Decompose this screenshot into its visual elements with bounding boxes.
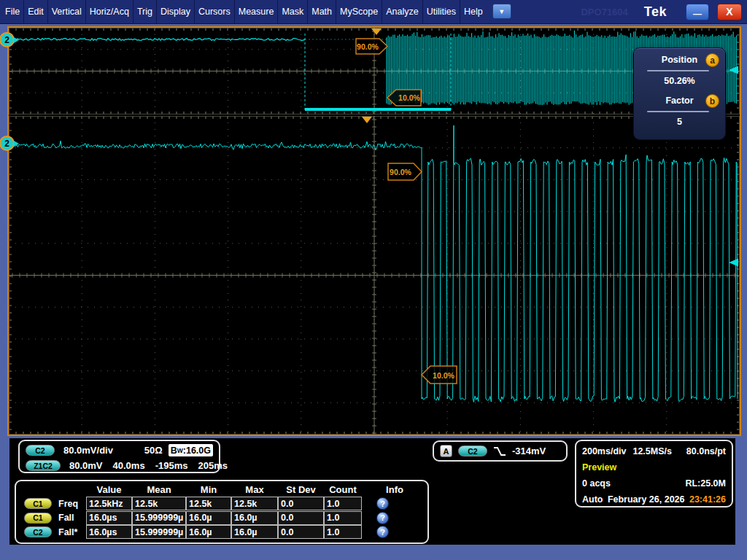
- meas-stdev: 0.0: [278, 525, 324, 539]
- col-value: Value: [86, 482, 132, 497]
- oscilloscope-app: { "menu": { "items": ["File","Edit","Ver…: [0, 0, 747, 560]
- graticule: [9, 116, 740, 435]
- minimize-button[interactable]: —: [686, 4, 709, 20]
- menu-display[interactable]: Display: [157, 0, 195, 23]
- resolution: 80.0ns/pt: [686, 446, 726, 456]
- acquisition-status: Preview: [582, 462, 616, 472]
- meas-min: 16.0µ: [186, 525, 231, 539]
- minimize-icon: —: [693, 9, 702, 20]
- info-help-icon[interactable]: ?: [376, 526, 389, 538]
- col-stdev: St Dev: [278, 482, 324, 497]
- zoom-factor-label: Factor: [665, 96, 693, 106]
- meas-mean: 15.999999µ: [132, 525, 186, 539]
- meas-value: 12.5kHz: [86, 497, 132, 510]
- trigger-a-badge: A: [440, 445, 452, 457]
- meas-mean: 15.999999µ: [132, 511, 186, 525]
- meas-max: 16.0µ: [231, 525, 278, 539]
- trigger-level: -314mV: [512, 446, 546, 456]
- trigger-source-pill[interactable]: C2: [458, 446, 487, 456]
- zoom-low-ref-label: 10.0%: [433, 371, 454, 380]
- menu-mask[interactable]: Mask: [278, 0, 308, 23]
- channel-2-badge-zoom[interactable]: 2: [0, 136, 15, 151]
- col-max: Max: [231, 482, 278, 497]
- divider: [647, 111, 709, 112]
- menu-analyze[interactable]: Analyze: [382, 0, 422, 23]
- timebase: 200ms/div: [582, 446, 626, 456]
- status-panel: C2 80.0mV/div 50Ω BW:16.0G Z1C2 80.0mV 4…: [9, 438, 735, 545]
- close-button[interactable]: X: [717, 4, 742, 20]
- overview-window: 90.0% 10.0%: [9, 28, 740, 114]
- zoom-channel-pill[interactable]: Z1C2: [26, 460, 61, 471]
- record-length: RL:25.0M: [685, 478, 726, 489]
- overview-high-ref-flag[interactable]: 90.0%: [356, 39, 387, 54]
- zoom-window: 90.0% 10.0%: [9, 116, 740, 435]
- measurement-row-fall-c2: C2 Fall* 16.0µs 15.999999µ 16.0µ 16.0µ 0…: [16, 525, 427, 540]
- menu-utilities[interactable]: Utilities: [423, 0, 460, 23]
- col-min: Min: [186, 482, 231, 497]
- sample-rate: 12.5MS/s: [632, 446, 672, 456]
- menu-bar: File Edit Vertical Horiz/Acq Trig Displa…: [0, 0, 747, 24]
- menu-measure[interactable]: Measure: [235, 0, 279, 23]
- vertical-scale: 80.0mV/div: [63, 445, 113, 456]
- channel-c2-pill[interactable]: C2: [26, 445, 55, 456]
- menu-horiz-acq[interactable]: Horiz/Acq: [86, 0, 133, 23]
- close-icon: X: [726, 6, 732, 18]
- zoom-high-ref-flag[interactable]: 90.0%: [388, 163, 422, 180]
- waveform-display-area: 90.0% 10.0% 90.0% 10.0% 2 2: [7, 26, 741, 436]
- bandwidth-readout: BW:16.0G: [169, 444, 213, 456]
- zoom-trigger-position-marker[interactable]: [362, 117, 372, 123]
- menu-cursors[interactable]: Cursors: [195, 0, 235, 23]
- menu-overflow-dropdown[interactable]: ▼: [492, 4, 511, 19]
- info-help-icon[interactable]: ?: [376, 497, 389, 510]
- menu-math[interactable]: Math: [308, 0, 336, 23]
- termination: 50Ω: [144, 445, 163, 456]
- zoom-factor-value[interactable]: 5: [634, 117, 725, 127]
- menu-file[interactable]: File: [1, 0, 24, 23]
- meas-count: 1.0: [324, 497, 362, 510]
- knob-a-badge: a: [705, 53, 719, 67]
- meas-count: 1.0: [324, 525, 362, 539]
- channel-readout-box[interactable]: C2 80.0mV/div 50Ω BW:16.0G Z1C2 80.0mV 4…: [18, 440, 220, 473]
- meas-min: 16.0µ: [186, 511, 231, 525]
- meas-max: 12.5k: [231, 497, 278, 510]
- knob-b-badge: b: [705, 94, 719, 108]
- info-help-icon[interactable]: ?: [376, 512, 389, 524]
- overview-low-ref-flag[interactable]: 10.0%: [387, 90, 421, 106]
- zoom-position-value[interactable]: 50.26%: [634, 76, 725, 86]
- meas-source-pill[interactable]: C1: [24, 513, 52, 524]
- zoom-high-ref-label: 90.0%: [390, 168, 411, 176]
- meas-min: 12.5k: [186, 497, 231, 510]
- channel-2-badge-overview[interactable]: 2: [0, 32, 15, 47]
- measurement-row-freq: C1 Freq 12.5kHz 12.5k 12.5k 12.5k 0.0 1.…: [16, 497, 427, 511]
- menu-myscope[interactable]: MyScope: [336, 0, 382, 23]
- tek-logo: Tek: [644, 4, 667, 20]
- acquisition-count: 0 acqs: [582, 478, 611, 489]
- zoom-position-label: Position: [662, 55, 697, 65]
- meas-source-pill[interactable]: C1: [24, 498, 52, 509]
- chevron-down-icon: ▼: [498, 8, 505, 15]
- menu-vertical[interactable]: Vertical: [48, 0, 86, 23]
- meas-name: Fall: [58, 513, 74, 523]
- zoom-controls-panel: Position a 50.26% Factor b 5: [633, 47, 726, 140]
- zoom-waveform-level-arrow[interactable]: [729, 259, 738, 267]
- meas-value: 16.0µs: [86, 525, 132, 539]
- clock: 23:41:26: [689, 494, 726, 505]
- model-number: DPO71604: [581, 7, 627, 18]
- meas-stdev: 0.0: [278, 511, 324, 525]
- horizontal-readout-box[interactable]: 200ms/div 12.5MS/s 80.0ns/pt Preview 0 a…: [575, 440, 733, 508]
- trigger-mode: Auto: [582, 494, 603, 505]
- meas-name: Fall*: [58, 527, 77, 537]
- zoom-range-readout: 205ms: [198, 460, 227, 471]
- date: February 26, 2026: [608, 494, 685, 505]
- meas-name: Freq: [58, 499, 78, 509]
- menu-help[interactable]: Help: [460, 0, 487, 23]
- divider: [647, 70, 709, 71]
- trigger-readout-box[interactable]: A C2 -314mV: [433, 440, 568, 462]
- menu-edit[interactable]: Edit: [24, 0, 48, 23]
- meas-mean: 12.5k: [132, 497, 186, 510]
- zoom-position-readout: -195ms: [155, 460, 188, 471]
- meas-source-pill[interactable]: C2: [24, 526, 52, 537]
- col-count: Count: [324, 482, 362, 497]
- menu-trig[interactable]: Trig: [133, 0, 157, 23]
- zoom-timebase: 40.0ms: [113, 460, 145, 471]
